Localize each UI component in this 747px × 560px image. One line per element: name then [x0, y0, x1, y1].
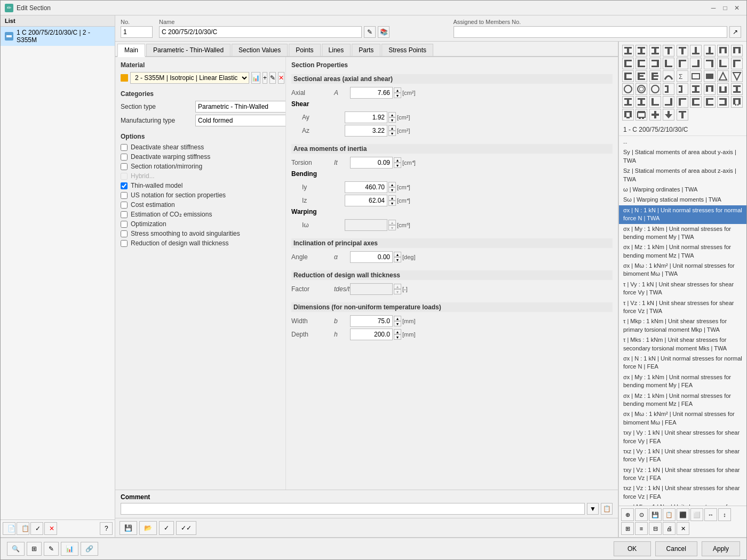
props-tauVzxy[interactable]: τxy | Vz : 1 kN | Unit shear stresses fo…	[619, 465, 746, 484]
comment-copy-btn[interactable]: 📋	[601, 503, 613, 515]
shape-tri2[interactable]	[731, 70, 743, 82]
Iy-input[interactable]	[345, 181, 387, 193]
section-rotation-checkbox[interactable]	[121, 163, 128, 170]
Iz-down[interactable]: ▼	[388, 201, 396, 206]
props-tauMkp[interactable]: τ | Mkp : 1 kNm | Unit shear stresses fo…	[619, 316, 746, 335]
tb-check1-btn[interactable]: ✓	[159, 521, 174, 535]
Ay-input[interactable]	[345, 111, 387, 123]
material-select[interactable]: 2 - S355M | Isotropic | Linear Elastic	[130, 72, 249, 84]
props-sigMy[interactable]: σx | My : 1 kNm | Unit normal stresses f…	[619, 224, 746, 243]
tb-check2-btn[interactable]: ✓✓	[176, 521, 196, 535]
comment-input[interactable]	[121, 503, 585, 515]
new-section-button[interactable]: 📄	[3, 522, 15, 535]
footer-btn-5[interactable]: 🔗	[81, 542, 98, 556]
deactivate-warping-checkbox[interactable]	[121, 154, 128, 161]
manufacturing-select[interactable]: Cold formed	[195, 115, 286, 126]
sidebar-item-1[interactable]: 1 C 200/75/2/10/30/C | 2 - S355M	[1, 27, 115, 46]
reduction-wall-checkbox[interactable]	[121, 240, 128, 247]
footer-btn-2[interactable]: ⊞	[27, 542, 42, 556]
rb-btn-6[interactable]: ⬜	[690, 508, 703, 521]
shape-I8[interactable]	[622, 96, 634, 108]
tab-points[interactable]: Points	[289, 44, 320, 56]
shape-omega3[interactable]	[635, 109, 647, 121]
edit-name-button[interactable]: ✎	[364, 26, 376, 38]
shape-omega2[interactable]	[622, 109, 634, 121]
shape-I9[interactable]	[635, 96, 647, 108]
It-up[interactable]: ▲	[394, 157, 401, 163]
Az-input[interactable]	[345, 125, 387, 137]
shape-U4[interactable]	[717, 83, 729, 95]
delete-button[interactable]: ✕	[44, 522, 57, 535]
props-omega[interactable]: ω | Warping ordinates | TWA	[619, 185, 746, 195]
Ay-up[interactable]: ▲	[388, 112, 396, 117]
shape-arrow-down[interactable]	[663, 109, 674, 121]
props-sigNfea[interactable]: σx | N : 1 kN | Unit normal stresses for…	[619, 354, 746, 372]
shape-L1[interactable]	[663, 58, 674, 69]
stress-smoothing-checkbox[interactable]	[121, 230, 128, 237]
b-up[interactable]: ▲	[394, 316, 401, 321]
shape-C2[interactable]	[635, 70, 647, 82]
shape-rect2[interactable]	[704, 70, 716, 82]
cancel-button[interactable]: Cancel	[655, 541, 697, 556]
shape-ang3[interactable]	[677, 96, 688, 108]
rb-btn-3[interactable]: 💾	[649, 508, 662, 521]
shape-I3[interactable]	[649, 45, 661, 57]
shape-L2[interactable]	[677, 58, 688, 69]
footer-btn-1[interactable]: 🔍	[7, 542, 25, 556]
shape-T3[interactable]	[690, 45, 702, 57]
Iy-up[interactable]: ▲	[388, 182, 396, 187]
co2-checkbox[interactable]	[121, 211, 128, 218]
assigned-input[interactable]	[454, 26, 728, 38]
deactivate-shear-checkbox[interactable]	[121, 144, 128, 151]
shape-ang2[interactable]	[663, 96, 674, 108]
thin-walled-checkbox[interactable]	[121, 182, 128, 189]
h-input[interactable]	[350, 329, 393, 340]
shape-U2[interactable]	[731, 45, 743, 57]
It-down[interactable]: ▼	[394, 163, 401, 168]
shape-plus[interactable]	[649, 109, 661, 121]
rb-btn-13[interactable]: ✕	[677, 522, 689, 535]
props-tauVzxz[interactable]: τxz | Vz : 1 kN | Unit shear stresses fo…	[619, 483, 746, 502]
shape-bracket2[interactable]	[635, 58, 647, 69]
shape-bracket3[interactable]	[649, 58, 661, 69]
shape-circle2[interactable]	[635, 83, 647, 95]
footer-btn-4[interactable]: 📊	[61, 542, 78, 556]
shape-L6[interactable]	[731, 58, 743, 69]
A-up[interactable]: ▲	[394, 87, 401, 93]
name-input[interactable]	[159, 26, 362, 38]
props-tauMkpxy[interactable]: τxy | Mkp : 1 kNm | Unit shear stresses …	[619, 502, 746, 506]
section-type-select[interactable]: Parametric - Thin-Walled	[195, 101, 286, 113]
shape-U6[interactable]	[704, 96, 716, 108]
It-input[interactable]	[350, 157, 393, 169]
props-tauVz[interactable]: τ | Vz : 1 kN | Unit shear stresses for …	[619, 298, 746, 317]
material-chart-btn[interactable]: 📊	[251, 72, 260, 84]
shape-ang1[interactable]	[649, 96, 661, 108]
props-tauVy[interactable]: τ | Vy : 1 kN | Unit shear stresses for …	[619, 279, 746, 298]
shape-bracket1[interactable]	[622, 58, 634, 69]
props-sigMzfea[interactable]: σx | Mz : 1 kNm | Unit normal stresses f…	[619, 391, 746, 410]
us-notation-checkbox[interactable]	[121, 192, 128, 199]
shape-T-top[interactable]	[677, 109, 688, 121]
h-down[interactable]: ▼	[394, 334, 401, 340]
shape-C1[interactable]	[622, 70, 634, 82]
comment-expand-btn[interactable]: ▼	[587, 503, 599, 515]
props-Sy[interactable]: Sy | Statical moments of area about y-ax…	[619, 147, 746, 166]
footer-btn-3[interactable]: ✎	[44, 542, 59, 556]
tab-main[interactable]: Main	[117, 44, 145, 57]
rb-btn-1[interactable]: ⊕	[621, 508, 634, 521]
alpha-down[interactable]: ▼	[394, 257, 401, 262]
material-new-btn[interactable]: +	[263, 72, 267, 84]
shape-U1[interactable]	[717, 45, 729, 57]
Ay-down[interactable]: ▼	[388, 117, 396, 123]
shape-U7[interactable]	[717, 96, 729, 108]
rb-btn-12[interactable]: 🖨	[663, 522, 676, 535]
close-button[interactable]: ✕	[732, 3, 742, 13]
rb-btn-9[interactable]: ⊞	[621, 522, 634, 535]
rb-btn-5[interactable]: ⬛	[677, 508, 689, 521]
Az-up[interactable]: ▲	[388, 125, 396, 131]
shape-rect1[interactable]	[690, 70, 702, 82]
props-tauMks[interactable]: τ | Mks : 1 kNm | Unit shear stresses fo…	[619, 335, 746, 354]
Az-down[interactable]: ▼	[388, 131, 396, 136]
assigned-btn[interactable]: ↗	[729, 26, 741, 38]
props-sigMz[interactable]: σx | Mz : 1 kNm | Unit normal stresses f…	[619, 242, 746, 261]
